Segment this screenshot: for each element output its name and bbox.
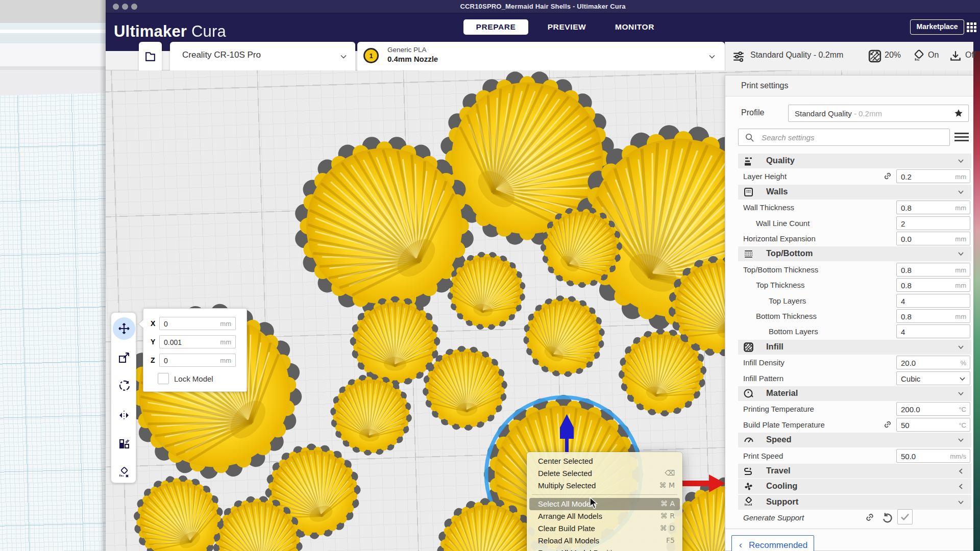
support-blocker-icon	[118, 467, 130, 479]
lock-model-row: Lock Model	[143, 372, 247, 385]
stage-tab-preview[interactable]: PREVIEW	[541, 19, 593, 35]
extruder-badge: 1	[363, 48, 379, 63]
lock-model-label: Lock Model	[174, 374, 213, 383]
setting-printing-temperature: Printing Temperature200.0°C	[725, 402, 973, 417]
travel-icon	[743, 466, 754, 477]
move-tool-button[interactable]	[113, 317, 135, 340]
chevron-down-icon	[708, 53, 716, 60]
walls-icon	[743, 187, 754, 197]
section-travel[interactable]: Travel	[725, 464, 973, 479]
setting-top-bottom-thickness: Top/Bottom Thickness0.8mm	[725, 262, 973, 278]
link-icon	[883, 171, 893, 181]
infill-icon	[743, 342, 754, 353]
section-top-bottom[interactable]: Top/Bottom	[725, 246, 973, 262]
print-setup-summary[interactable]: Standard Quality - 0.2mm 20% On Off	[725, 42, 973, 70]
menu-item-arrange-all-models[interactable]: Arrange All Models⌘ R	[527, 510, 682, 522]
cooling-icon	[743, 481, 754, 492]
printer-selector[interactable]: Creality CR-10S Pro	[170, 42, 355, 70]
menu-item-delete-selected[interactable]: Delete Selected⌫	[527, 467, 682, 480]
z-axis-row: Z 0 mm	[143, 354, 247, 367]
section-walls[interactable]: Walls	[725, 185, 973, 200]
generate-support-checkbox[interactable]	[897, 509, 913, 524]
setting-infill-pattern: Infill PatternCubic	[725, 371, 973, 386]
stage-tab-prepare[interactable]: PREPARE	[463, 19, 528, 35]
x-unit: mm	[220, 320, 231, 328]
z-unit: mm	[220, 357, 231, 364]
material-selector[interactable]: 1 Generic PLA 0.4mm Nozzle	[357, 42, 725, 70]
configuration-bar: Creality CR-10S Pro 1 Generic PLA 0.4mm …	[106, 51, 973, 70]
value-field[interactable]: 0.8mm	[896, 309, 970, 323]
value-field[interactable]: 200.0°C	[896, 402, 970, 416]
value-field[interactable]: 0.8mm	[896, 263, 970, 277]
section-material[interactable]: Material	[725, 386, 973, 402]
value-field[interactable]: 50°C	[896, 418, 970, 432]
menu-item-select-all-models[interactable]: Select All Models⌘ A	[529, 498, 680, 510]
setting-layer-height: Layer Height0.2mm	[725, 169, 973, 184]
titlebar: CCR10SPRO_Mermaid Hair Shells - Ultimake…	[106, 0, 980, 13]
window-title: CCR10SPRO_Mermaid Hair Shells - Ultimake…	[106, 3, 980, 10]
chevron-left-icon	[958, 483, 964, 490]
rotate-tool-button[interactable]	[113, 375, 135, 397]
mirror-tool-button[interactable]	[113, 404, 135, 427]
marketplace-button[interactable]: Marketplace	[910, 19, 964, 35]
value-field[interactable]: 20.0%	[896, 356, 970, 369]
speed-icon	[743, 435, 754, 445]
section-infill[interactable]: Infill	[725, 340, 973, 355]
adhesion-state: Off	[965, 51, 976, 60]
printer-name: Creality CR-10S Pro	[182, 50, 261, 60]
z-value: 0	[164, 357, 168, 365]
support-blocker-button[interactable]	[113, 462, 135, 484]
adhesion-icon	[949, 49, 962, 63]
menu-item-reload-all-models[interactable]: Reload All ModelsF5	[527, 535, 682, 547]
section-quality[interactable]: Quality	[725, 154, 973, 169]
lock-model-checkbox[interactable]	[158, 373, 169, 384]
stage-tab-monitor[interactable]: MONITOR	[608, 19, 661, 35]
support-state: On	[928, 51, 939, 60]
setting-top-thickness: Top Thickness0.8mm	[725, 278, 973, 293]
value-field[interactable]: 0.2mm	[896, 169, 970, 183]
value-field[interactable]: 50.0mm/s	[896, 449, 970, 463]
value-field[interactable]: 4	[896, 294, 970, 308]
link-icon[interactable]	[864, 512, 875, 523]
section-cooling[interactable]: Cooling	[725, 479, 973, 494]
mirror-icon	[118, 409, 130, 421]
menu-item-reset-all-model-positions[interactable]: Reset All Model Positions	[527, 547, 682, 551]
chevron-left-icon: ‹	[739, 540, 742, 550]
recommended-mode-button[interactable]: ‹ Recommended	[731, 535, 814, 551]
y-input[interactable]: 0.001 mm	[159, 335, 236, 348]
setting-horizontal-expansion: Horizontal Expansion0.0mm	[725, 231, 973, 246]
setting-build-plate-temperature: Build Plate Temperature50°C	[725, 417, 973, 433]
value-field[interactable]: 0.0mm	[896, 232, 970, 245]
z-axis-label: Z	[151, 356, 155, 364]
model-toolbar	[111, 312, 136, 483]
scale-tool-button[interactable]	[113, 346, 135, 369]
logo-bold: Ultimaker	[114, 22, 187, 40]
value-field[interactable]: Cubic	[896, 371, 970, 385]
topbottom-icon	[743, 248, 754, 259]
panel-divider	[725, 529, 973, 529]
menu-item-clear-build-plate[interactable]: Clear Build Plate⌘ D	[527, 522, 682, 535]
z-input[interactable]: 0 mm	[159, 354, 236, 367]
section-support[interactable]: Support	[725, 495, 973, 510]
context-menu: Center SelectedDelete Selected⌫Multiply …	[527, 452, 682, 551]
menu-item-multiply-selected[interactable]: Multiply Selected⌘ M	[527, 480, 682, 492]
value-field[interactable]: 0.8mm	[896, 201, 970, 214]
menu-item-center-selected[interactable]: Center Selected	[527, 455, 682, 467]
setting-wall-line-count: Wall Line Count2	[725, 216, 973, 231]
value-field[interactable]: 4	[896, 324, 970, 338]
setting-bottom-layers: Bottom Layers4	[725, 324, 973, 339]
y-unit: mm	[220, 338, 231, 346]
x-input[interactable]: 0 mm	[159, 317, 236, 330]
value-field[interactable]: 0.8mm	[896, 278, 970, 292]
setting-top-layers: Top Layers4	[725, 293, 973, 309]
value-field[interactable]: 2	[896, 216, 970, 230]
model-shell[interactable]	[327, 370, 415, 459]
reset-icon[interactable]	[881, 512, 892, 523]
open-file-button[interactable]	[139, 42, 162, 70]
per-model-settings-button[interactable]	[113, 433, 135, 455]
section-speed[interactable]: Speed	[725, 433, 973, 448]
print-settings-panel: Print settings Profile Standard Quality …	[725, 75, 973, 551]
applications-grid-icon[interactable]	[967, 22, 976, 32]
setting-generate-support: Generate Support	[725, 510, 973, 525]
chevron-down-icon	[958, 158, 964, 164]
